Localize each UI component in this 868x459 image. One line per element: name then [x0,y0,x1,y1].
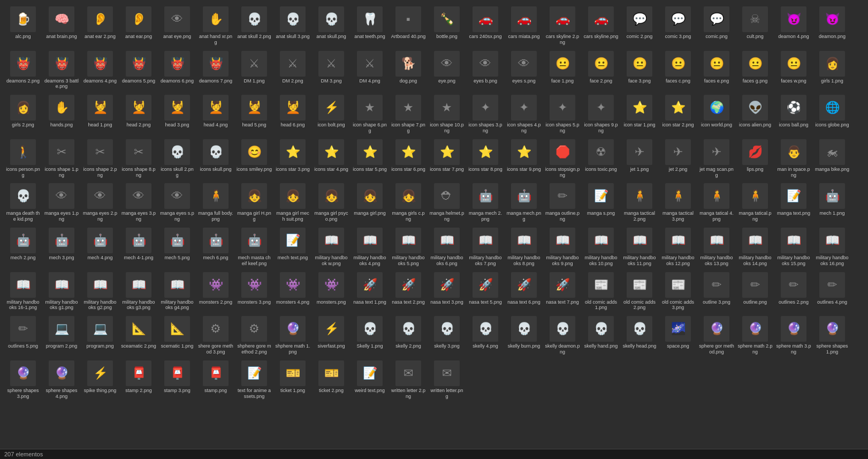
file-item[interactable]: 📖military handbooks 4.png [351,225,389,269]
file-item[interactable]: ✋hands.png [43,93,80,136]
file-item[interactable]: 💀skelly 4.png [467,314,504,357]
file-item[interactable]: 💬comic 2.png [621,4,658,48]
file-item[interactable]: ★icon shape 6.png [351,93,389,136]
file-item[interactable]: 🌐icons globe.png [813,93,851,136]
file-item[interactable]: 🔮sphere shapes 4.png [43,358,80,402]
file-item[interactable]: 🤖mech 1.png [813,181,851,224]
file-item[interactable]: 🌍icon world.png [698,93,735,136]
file-item[interactable]: 😐face 2.png [582,49,620,92]
file-item[interactable]: 🎫ticket 2.png [313,358,350,402]
file-item[interactable]: ⭐icon star 2.png [659,93,697,136]
file-item[interactable]: 📝manga s.png [582,181,620,224]
file-item[interactable]: 👾monsters 4.png [274,270,311,313]
file-item[interactable]: 😊icons smiley.png [235,137,273,180]
file-item[interactable]: 🚗cars 240sx.png [467,4,504,48]
file-item[interactable]: ▪Artboard 40.png [390,4,427,48]
file-item[interactable]: 👩girls 1.png [813,49,851,92]
file-item[interactable]: ✏manga outline.png [544,181,581,224]
file-item[interactable]: 👽icons alien.png [736,93,774,136]
file-item[interactable]: 📰old comic adds 2.png [621,270,658,313]
file-item[interactable]: 📖military handbooks 8.png [505,225,543,269]
file-item[interactable]: 📖military handbooks g1.png [43,270,80,313]
file-item[interactable]: 👹deamons 2.png [4,49,42,92]
file-item[interactable]: ✏outline 3.png [698,270,735,313]
file-item[interactable]: 📮stamp.png [197,358,234,402]
file-item[interactable]: 📖military handbooks 15.png [775,225,812,269]
file-item[interactable]: 💀Skelly 1.png [351,314,389,357]
file-item[interactable]: 🚗cars skyline 2.png [544,4,581,48]
file-item[interactable]: 💆head 1.png [81,93,119,136]
file-item[interactable]: 📝manga text.png [775,181,812,224]
file-item[interactable]: ⭐icons star 6.png [390,137,427,180]
file-item[interactable]: 📖military handbooks 12.png [659,225,697,269]
file-item[interactable]: 💆head 6.png [274,93,311,136]
file-item[interactable]: 🚶icons person.png [4,137,42,180]
file-item[interactable]: 👹deamons 5.png [120,49,157,92]
file-item[interactable]: 💀anat skull.png [313,4,350,48]
file-item[interactable]: 💋lips.png [736,137,774,180]
file-item[interactable]: 📖military handbooks 13.png [698,225,735,269]
file-item[interactable]: 💬comic 3.png [659,4,697,48]
file-item[interactable]: 🚗cars skyline.png [582,4,620,48]
file-item[interactable]: 👧manga girl psyco.png [313,181,350,224]
file-item[interactable]: 🚀nasa text 3.png [428,270,466,313]
file-item[interactable]: 📖military handbooks g3.png [120,270,157,313]
file-item[interactable]: 📰old comic adds 1.png [582,270,620,313]
file-item[interactable]: 🧍manga tatical 4.png [698,181,735,224]
file-item[interactable]: 🤖mech 2.png [4,225,42,269]
file-item[interactable]: 😐face 1.png [544,49,581,92]
file-item[interactable]: ★icon shape 7.png [390,93,427,136]
file-item[interactable]: ⭐icons star 8.png [467,137,504,180]
file-item[interactable]: 👁eyes b.png [467,49,504,92]
file-item[interactable]: 🤖mech 3.png [43,225,80,269]
file-item[interactable]: 📖military handbooks g4.png [158,270,196,313]
file-item[interactable]: ⚙shphere gore method 2.png [235,314,273,357]
file-item[interactable]: ✏outlines 2.png [775,270,812,313]
file-item[interactable]: 📖military handbooks 9.png [544,225,581,269]
file-item[interactable]: 😐face 3.png [621,49,658,92]
file-item[interactable]: 👧manga girls c.png [390,181,427,224]
file-item[interactable]: 🔮sphere shapes 3.png [4,358,42,402]
file-item[interactable]: 👁manga eyes 2.png [81,181,119,224]
file-item[interactable]: 💀anat skull 3.png [274,4,311,48]
file-item[interactable]: 😐faces w.png [775,49,812,92]
file-item[interactable]: ⚡icon bolt.png [313,93,350,136]
file-item[interactable]: 📖military handbooks 6.png [428,225,466,269]
file-item[interactable]: 🤖mech masta cheif keef.png [235,225,273,269]
file-item[interactable]: ✦icon shapes 3.png [467,93,504,136]
file-item[interactable]: 👧manga girl.png [351,181,389,224]
file-item[interactable]: ★icon shape 10.png [428,93,466,136]
file-item[interactable]: 💻program.png [81,314,119,357]
file-item[interactable]: ✉written letter.png [428,358,466,402]
file-item[interactable]: ⭐icons star 4.png [313,137,350,180]
file-item[interactable]: 🤖manga mech.png [505,181,543,224]
file-item[interactable]: 💀anat skull 2.png [235,4,273,48]
file-item[interactable]: ⚡spike thing.png [81,358,119,402]
file-item[interactable]: 💆head 5.png [235,93,273,136]
file-item[interactable]: 😐faces e.png [698,49,735,92]
file-item[interactable]: ☠cult.png [736,4,774,48]
file-item[interactable]: 🛑icons stopsign.png [544,137,581,180]
file-item[interactable]: ⭐icons star 7.png [428,137,466,180]
file-item[interactable]: 🚀nasa text 5.png [467,270,504,313]
file-item[interactable]: 💆head 4.png [197,93,234,136]
file-item[interactable]: 📖military handbooks 5.png [390,225,427,269]
file-item[interactable]: 👾monsters 3.png [235,270,273,313]
file-item[interactable]: ✈jet 1.png [621,137,658,180]
file-item[interactable]: 👹deamons 7.png [197,49,234,92]
file-item[interactable]: 🎫ticket 1.png [274,358,311,402]
file-item[interactable]: 🤖mech 5.png [158,225,196,269]
file-item[interactable]: 📐sceamatic 2.png [120,314,157,357]
file-item[interactable]: ⚔DM 4.png [351,49,389,92]
file-item[interactable]: 🧍manga full body.png [197,181,234,224]
file-item[interactable]: 😈deamon.png [813,4,851,48]
file-item[interactable]: 😐faces g.png [736,49,774,92]
file-item[interactable]: 🤖mech 6.png [197,225,234,269]
file-item[interactable]: ⚔DM 1.png [235,49,273,92]
file-item[interactable]: 👹deamons 6.png [158,49,196,92]
file-item[interactable]: 🧍manga tactical 3.png [659,181,697,224]
file-item[interactable]: ✉written letter 2.png [390,358,427,402]
file-item[interactable]: 🏍manga bike.png [813,137,851,180]
file-item[interactable]: 🔮sphere math 2.png [736,314,774,357]
file-item[interactable]: ⚔DM 3.png [313,49,350,92]
